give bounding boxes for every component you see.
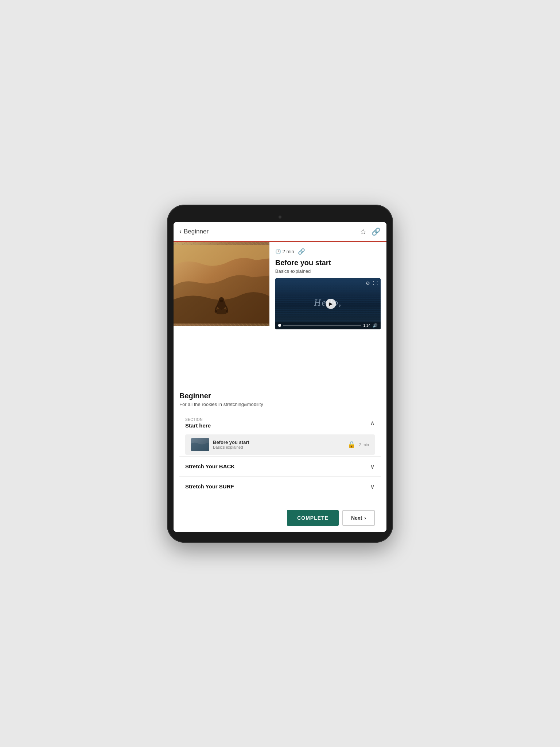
tablet-camera bbox=[279, 216, 281, 218]
video-time: 1:14 bbox=[363, 324, 370, 328]
course-info: Beginner For all the rookies in stretchi… bbox=[174, 388, 386, 532]
lesson-meta: 🕐 2 min 🔗 bbox=[275, 248, 381, 255]
lesson-list-item[interactable]: Before you start Basics explained 🔒 2 mi… bbox=[185, 434, 375, 455]
section-name-start-here: Start here bbox=[185, 422, 211, 429]
course-description: For all the rookies in stretching&mobili… bbox=[179, 402, 381, 407]
tablet-frame: ‹ Beginner ☆ 🔗 bbox=[167, 205, 393, 543]
chevron-up-icon[interactable]: ∧ bbox=[370, 419, 375, 427]
play-button[interactable]: ▶ bbox=[326, 299, 336, 309]
lesson-thumbnail bbox=[191, 438, 209, 451]
video-player[interactable]: Hello, ⚙ ⛶ ▶ 1:14 🔊 bbox=[275, 278, 381, 329]
lock-icon: 🔒 bbox=[347, 441, 355, 449]
nav-left[interactable]: ‹ Beginner bbox=[179, 228, 209, 235]
section-start-here[interactable]: Section Start here ∧ bbox=[179, 413, 381, 433]
video-top-controls: ⚙ ⛶ bbox=[366, 280, 378, 286]
nav-title: Beginner bbox=[184, 228, 209, 235]
lesson-item-subtitle: Basics explained bbox=[213, 445, 344, 449]
lesson-item-duration: 2 min bbox=[359, 442, 369, 447]
content-area: 🕐 2 min 🔗 Before you start Basics explai… bbox=[174, 242, 386, 388]
lesson-item-title: Before you start bbox=[213, 440, 344, 445]
tablet-screen: ‹ Beginner ☆ 🔗 bbox=[174, 222, 386, 532]
course-title: Beginner bbox=[179, 388, 381, 400]
chevron-down-icon-surf[interactable]: ∨ bbox=[370, 483, 375, 491]
section-stretch-surf[interactable]: Stretch Your SURF ∨ bbox=[179, 476, 381, 496]
progress-dot bbox=[278, 324, 281, 327]
fullscreen-icon[interactable]: ⛶ bbox=[373, 280, 378, 286]
chevron-down-icon-back[interactable]: ∨ bbox=[370, 462, 375, 471]
nav-bar: ‹ Beginner ☆ 🔗 bbox=[174, 222, 386, 242]
video-controls-bar: 1:14 🔊 bbox=[275, 322, 381, 329]
next-arrow-icon: › bbox=[364, 515, 366, 521]
hero-image bbox=[174, 242, 269, 326]
link-icon[interactable]: 🔗 bbox=[372, 227, 381, 236]
back-icon[interactable]: ‹ bbox=[179, 228, 182, 235]
right-panel: 🕐 2 min 🔗 Before you start Basics explai… bbox=[269, 242, 386, 388]
volume-icon[interactable]: 🔊 bbox=[373, 323, 378, 328]
section-back-name: Stretch Your BACK bbox=[185, 463, 235, 469]
section-label: Section bbox=[185, 418, 211, 422]
section-header-text: Section Start here bbox=[185, 418, 211, 429]
next-button[interactable]: Next › bbox=[342, 510, 375, 526]
next-button-label: Next bbox=[351, 515, 362, 521]
bottom-buttons: COMPLETE Next › bbox=[179, 504, 381, 532]
complete-button[interactable]: COMPLETE bbox=[287, 510, 339, 526]
link-icon-meta[interactable]: 🔗 bbox=[298, 248, 305, 255]
star-icon[interactable]: ☆ bbox=[360, 227, 366, 236]
progress-bar[interactable] bbox=[283, 325, 361, 326]
section-stretch-back[interactable]: Stretch Your BACK ∨ bbox=[179, 456, 381, 476]
lesson-duration-meta: 🕐 2 min bbox=[275, 249, 294, 254]
lesson-item-info: Before you start Basics explained bbox=[213, 440, 344, 449]
nav-right: ☆ 🔗 bbox=[360, 227, 381, 236]
svg-point-3 bbox=[219, 297, 224, 302]
duration-text: 2 min bbox=[283, 249, 294, 254]
clock-icon: 🕐 bbox=[275, 249, 281, 254]
lesson-title: Before you start bbox=[275, 259, 381, 267]
lesson-subtitle: Basics explained bbox=[275, 268, 381, 274]
settings-icon[interactable]: ⚙ bbox=[366, 280, 370, 286]
left-panel bbox=[174, 242, 269, 388]
section-surf-name: Stretch Your SURF bbox=[185, 483, 234, 489]
